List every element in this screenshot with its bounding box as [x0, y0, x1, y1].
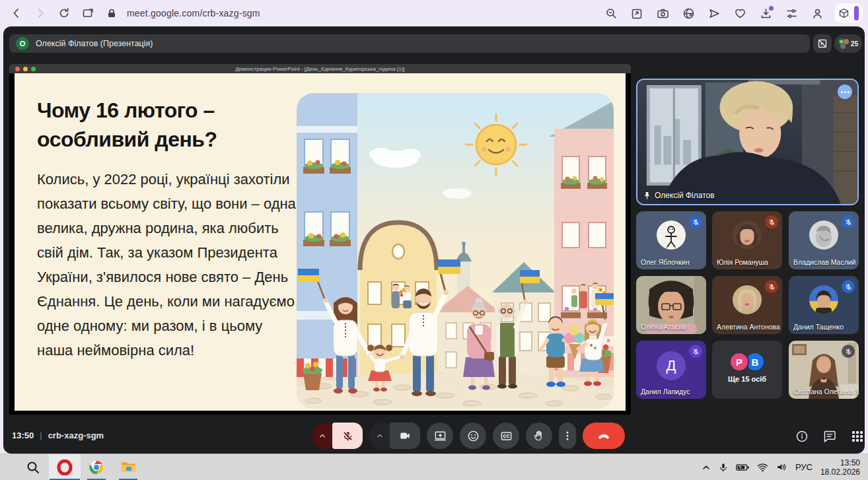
present-icon	[434, 430, 447, 442]
slide-illustration	[297, 93, 614, 409]
captions-icon	[500, 430, 513, 442]
downloads-icon[interactable]	[757, 5, 774, 22]
translate-icon[interactable]: A	[680, 5, 697, 22]
slide: Чому 16 лютого – особливий день? Колись,…	[15, 73, 626, 411]
taskbar-time: 13:50	[820, 458, 860, 467]
camera-icon	[399, 430, 411, 442]
cube-icon	[838, 8, 850, 19]
snapshot-icon[interactable]	[628, 5, 645, 22]
tray-mic-icon[interactable]	[719, 462, 728, 473]
camera-capture-icon[interactable]	[654, 5, 671, 22]
participant-name: Світлана Олегівна З...	[793, 388, 859, 395]
tray-expand-button[interactable]	[702, 463, 711, 472]
participant-name: Олена Атаєва	[641, 323, 686, 331]
participant-tile-danyl-lapidus[interactable]: Д Данил Лапидус	[636, 341, 706, 399]
sidebar-handle[interactable]	[854, 6, 859, 20]
url-field[interactable]: meet.google.com/crb-xazg-sgm	[127, 8, 260, 18]
participant-name: Юлія Романуша	[717, 258, 768, 266]
avatar	[809, 221, 838, 252]
whiteboard-off-icon	[817, 38, 828, 49]
whiteboard-off-button[interactable]	[813, 34, 832, 53]
language-indicator[interactable]: РУС	[795, 462, 813, 472]
pinned-tile-name: Олексій Філатов	[655, 191, 715, 200]
meeting-details-button[interactable]	[793, 428, 811, 445]
present-button[interactable]	[427, 423, 453, 449]
mic-off-icon	[765, 215, 778, 228]
mic-off-icon	[842, 345, 855, 358]
captions-button[interactable]	[493, 423, 519, 449]
meeting-time: 13:50	[12, 430, 34, 440]
forward-button[interactable]	[32, 5, 49, 22]
back-button[interactable]	[8, 5, 25, 22]
participant-tile-danyl-tashchenko[interactable]: Данил Тащенко	[789, 276, 859, 334]
overflow-avatars: P B	[729, 352, 765, 372]
shared-presentation[interactable]: Демонстрация PowerPoint - [День_Єднання_…	[9, 64, 631, 415]
presentation-titlebar: Демонстрация PowerPoint - [День_Єднання_…	[9, 64, 631, 73]
svg-text:A: A	[689, 12, 693, 18]
taskbar-explorer-button[interactable]	[112, 454, 144, 480]
participant-name: Данил Тащенко	[793, 323, 844, 331]
participant-avatars-cluster: О	[838, 38, 849, 49]
pinned-video-tile[interactable]: Олексій Філатов	[636, 79, 859, 205]
mic-off-icon	[765, 280, 778, 293]
participant-tile-olena-ataieva[interactable]: Олена Атаєва	[636, 276, 706, 334]
avatar	[733, 221, 762, 252]
slide-body: Колись, у 2022 році, українці захотіли п…	[37, 167, 300, 362]
lock-icon[interactable]	[103, 5, 120, 22]
participant-tile-oleh-yablochkin[interactable]: Олег Яблочкин	[636, 211, 706, 269]
participant-tile-yuliia-romanusha[interactable]: Юлія Романуша	[712, 211, 782, 269]
mic-mute-button[interactable]	[332, 423, 363, 449]
volume-icon[interactable]	[776, 462, 787, 472]
more-vert-icon	[562, 430, 573, 441]
opera-icon	[57, 460, 73, 475]
participant-tile-vladyslav-masliy[interactable]: Владислав Маслий	[789, 211, 859, 269]
participant-tile-svitlana-olehivna[interactable]: Світлана Олегівна З...	[789, 341, 859, 399]
overflow-tile-more-people[interactable]: P B Ще 15 осіб	[712, 341, 782, 399]
activities-button[interactable]	[849, 428, 866, 445]
avatar	[733, 285, 762, 317]
reactions-button[interactable]	[460, 423, 486, 449]
presenter-banner[interactable]: О Олексій Філатов (Презентація)	[9, 34, 810, 53]
divider: |	[40, 430, 42, 440]
avatar	[657, 221, 686, 252]
tile-more-options-button[interactable]	[838, 85, 852, 99]
raise-hand-button[interactable]	[526, 423, 552, 449]
participants-count-button[interactable]: О 25	[834, 34, 862, 53]
avatar: Д	[657, 351, 686, 380]
mic-options-button[interactable]	[312, 423, 332, 449]
tab-preview-icon[interactable]	[79, 5, 96, 22]
browser-toolbar: meet.google.com/crb-xazg-sgm A	[0, 0, 868, 26]
chrome-icon	[89, 460, 104, 475]
smile-icon	[467, 430, 480, 442]
send-to-device-icon[interactable]	[705, 5, 723, 22]
extensions-panel[interactable]	[834, 3, 863, 23]
download-badge	[769, 6, 774, 11]
meet-page: О Олексій Філатов (Презентація) О 25 Дем…	[3, 26, 865, 454]
participant-name: Алевтина Антонова	[717, 323, 780, 331]
bookmark-heart-icon[interactable]	[731, 5, 748, 22]
more-people-label: Ще 15 осіб	[712, 375, 782, 383]
taskbar-opera-button[interactable]	[49, 454, 81, 480]
mic-off-icon	[342, 430, 353, 442]
slide-title: Чому 16 лютого – особливий день?	[37, 96, 217, 154]
taskbar-chrome-button[interactable]	[81, 454, 112, 480]
pinned-video-feed	[637, 80, 857, 205]
end-call-button[interactable]	[583, 423, 625, 449]
participant-tile-alevtyna-antonova[interactable]: Алевтина Антонова	[712, 276, 782, 334]
easy-setup-icon[interactable]	[783, 5, 800, 22]
wifi-icon[interactable]	[757, 463, 768, 472]
taskbar-clock[interactable]: 13:50 18.02.2026	[820, 458, 860, 477]
taskbar-search-button[interactable]	[17, 454, 49, 480]
more-options-button[interactable]	[559, 423, 576, 449]
taskbar-date: 18.02.2026	[820, 467, 860, 477]
presentation-window-title: Демонстрация PowerPoint - [День_Єднання_…	[9, 66, 631, 72]
find-in-page-icon[interactable]	[602, 5, 620, 22]
battery-icon[interactable]	[736, 463, 749, 472]
profile-icon[interactable]	[809, 5, 826, 22]
chat-button[interactable]	[821, 428, 838, 445]
call-controls	[312, 423, 625, 449]
reload-button[interactable]	[55, 5, 73, 22]
camera-options-button[interactable]	[369, 423, 390, 449]
mic-off-icon	[689, 215, 702, 228]
camera-button[interactable]	[390, 423, 420, 449]
